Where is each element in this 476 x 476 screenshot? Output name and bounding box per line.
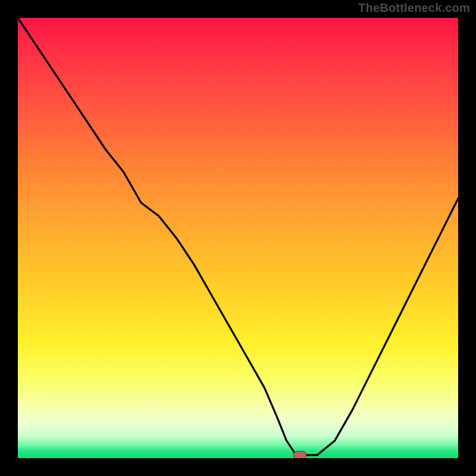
plot-area (18, 18, 458, 458)
watermark-text: TheBottleneck.com (358, 1, 470, 15)
optimal-marker (293, 451, 306, 458)
chart-frame: TheBottleneck.com (0, 0, 476, 476)
bottleneck-curve (18, 18, 458, 458)
